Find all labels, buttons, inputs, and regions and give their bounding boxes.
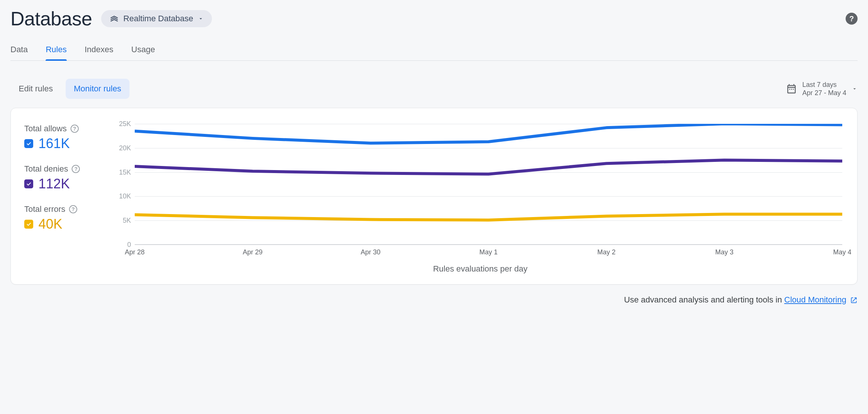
database-selector[interactable]: Realtime Database — [101, 10, 212, 27]
x-tick: Apr 30 — [360, 248, 380, 256]
main-tabs: Data Rules Indexes Usage — [10, 40, 858, 61]
legend-allows-value: 161K — [38, 136, 70, 151]
date-range-picker[interactable]: Last 7 days Apr 27 - May 4 — [786, 81, 858, 97]
info-icon[interactable]: ? — [69, 205, 77, 213]
help-icon[interactable]: ? — [846, 13, 858, 25]
rules-subtabs: Edit rules Monitor rules — [10, 79, 129, 99]
legend-item-errors: Total errors ? 40K — [24, 204, 106, 232]
subtab-edit-rules[interactable]: Edit rules — [10, 79, 61, 99]
legend-errors-label: Total errors — [24, 204, 65, 214]
x-tick: May 4 — [833, 248, 851, 256]
y-tick: 5K — [123, 217, 131, 225]
y-tick: 0 — [127, 241, 131, 249]
legend-errors-value: 40K — [38, 216, 62, 232]
info-icon[interactable]: ? — [72, 165, 80, 173]
y-tick: 10K — [119, 192, 131, 200]
chevron-down-icon — [852, 86, 858, 92]
chart-x-axis-label: Rules evaluations per day — [117, 264, 844, 274]
page-title: Database — [10, 7, 92, 30]
date-range-label: Last 7 days — [802, 81, 846, 89]
y-tick: 20K — [119, 144, 131, 152]
tab-usage[interactable]: Usage — [131, 40, 155, 60]
chart-card: Total allows ? 161K Total denies ? — [10, 108, 858, 285]
external-link-icon — [850, 297, 858, 304]
x-tick: May 2 — [597, 248, 615, 256]
database-icon — [109, 14, 119, 23]
calendar-icon — [786, 83, 797, 94]
legend-errors-checkbox[interactable] — [24, 220, 33, 229]
chevron-down-icon — [198, 16, 204, 22]
x-tick: Apr 28 — [125, 248, 144, 256]
tab-data[interactable]: Data — [10, 40, 28, 60]
date-range-value: Apr 27 - May 4 — [802, 89, 846, 97]
line-chart: 05K10K15K20K25KApr 28Apr 29Apr 30May 1Ma… — [117, 122, 844, 256]
cloud-monitoring-link[interactable]: Cloud Monitoring — [784, 295, 846, 304]
x-tick: Apr 29 — [243, 248, 262, 256]
legend-item-allows: Total allows ? 161K — [24, 124, 106, 151]
legend-denies-label: Total denies — [24, 164, 68, 174]
legend-item-denies: Total denies ? 112K — [24, 164, 106, 192]
legend-allows-label: Total allows — [24, 124, 67, 134]
footer-text: Use advanced analysis and alerting tools… — [624, 295, 784, 304]
x-tick: May 3 — [715, 248, 733, 256]
subtab-monitor-rules[interactable]: Monitor rules — [66, 79, 129, 99]
x-tick: May 1 — [479, 248, 497, 256]
database-selector-label: Realtime Database — [124, 14, 193, 23]
y-tick: 15K — [119, 168, 131, 176]
y-tick: 25K — [119, 120, 131, 128]
tab-rules[interactable]: Rules — [46, 40, 66, 60]
info-icon[interactable]: ? — [71, 125, 79, 133]
legend-denies-value: 112K — [38, 176, 70, 192]
legend-denies-checkbox[interactable] — [24, 179, 33, 188]
tab-indexes[interactable]: Indexes — [85, 40, 113, 60]
chart-legend: Total allows ? 161K Total denies ? — [24, 122, 106, 274]
legend-allows-checkbox[interactable] — [24, 139, 33, 148]
